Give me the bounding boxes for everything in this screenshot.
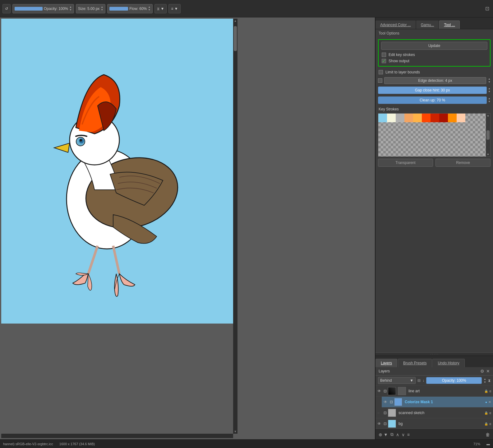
extra-tool-btn[interactable]: ⧖ ▼ [154,4,167,13]
gap-close-up-arrow[interactable]: ▲ [488,87,491,90]
properties-icon[interactable]: ≡ [407,432,410,437]
delete-layer-icon[interactable]: 🗑 [486,432,490,437]
layers-settings-icon[interactable]: ⚙ [480,369,484,374]
move-up-icon[interactable]: ∧ [396,432,399,437]
clean-up-slider[interactable]: Clean up: 70 % [378,96,487,104]
color-swatch-5[interactable] [422,114,431,122]
color-swatch-8[interactable] [448,114,457,122]
layer-close-icon[interactable]: ✕ [488,400,491,404]
color-swatch-9[interactable] [457,114,465,122]
color-swatch-7[interactable] [439,114,448,122]
gap-close-down-arrow[interactable]: ▼ [488,90,491,93]
extra-filter-icon[interactable]: ⧗ [488,378,491,383]
size-control[interactable]: Size: 5.00 px ▲ ▼ [76,4,105,13]
color-swatch-0[interactable] [378,114,387,122]
edge-detection-checkbox[interactable] [378,78,382,83]
edit-key-strokes-checkbox[interactable] [382,53,386,57]
layer-alpha-icon: α [489,390,491,393]
tab-tool[interactable]: Tool ... [439,21,459,29]
edge-detection-spinbox[interactable]: Edge detection: 4 px [384,77,486,84]
copy-layer-icon[interactable]: ⧉ [390,432,394,437]
limit-checkbox[interactable] [379,70,383,74]
update-button[interactable]: Update [381,42,487,50]
panel-resize-handle[interactable]: · · · · · [376,353,493,355]
edge-detection-row: Edge detection: 4 px ▲ ▼ [376,76,493,85]
window-maximize-icon[interactable]: ⊡ [484,4,491,13]
tab-advanced-color[interactable]: Advanced Color ... [376,21,416,29]
key-strokes-grid[interactable]: ▲ ▼ [378,113,491,157]
layer-type-icon: ⊡ [384,411,387,415]
color-swatch-3[interactable] [404,114,413,122]
opacity-down-arrow[interactable]: ▼ [484,381,486,384]
opacity-slider[interactable]: Opacity: 100% [426,377,482,384]
flow-control[interactable]: Flow: 60% ▲ ▼ [107,4,153,13]
size-up-arrow[interactable]: ▲ [101,6,103,8]
arrow-down-icon[interactable]: ↓ [422,378,424,383]
layers-close-icon[interactable]: ✕ [486,369,490,374]
clean-up-up-arrow[interactable]: ▲ [488,97,491,100]
flow-arrows[interactable]: ▲ ▼ [148,6,150,11]
flow-label: Flow: 60% [129,7,147,11]
opacity-arrows[interactable]: ▲ ▼ [484,378,486,384]
ks-scroll-up[interactable]: ▲ [487,114,489,117]
ks-scroll-thumb[interactable] [486,130,490,140]
layer-visibility-icon[interactable]: ○ [377,411,382,415]
layer-row[interactable]: 👁 ⊡ bg 🔒 α [376,418,493,429]
bird-illustration [1,19,234,324]
opacity-down-arrow[interactable]: ▼ [69,9,72,11]
flow-up-arrow[interactable]: ▲ [148,6,150,8]
opacity-arrows[interactable]: ▲ ▼ [69,6,72,11]
clean-up-down-arrow[interactable]: ▼ [488,100,491,103]
size-arrows[interactable]: ▲ ▼ [101,6,103,11]
tab-undo-history[interactable]: Undo History [432,359,464,367]
add-layer-icon[interactable]: ⊕ ▼ [379,432,388,437]
image-dimensions: 1600 x 1767 (34.6 MiB) [59,442,95,446]
extra-tool-btn2[interactable]: ≡ ▼ [168,4,180,13]
layer-lock-icon[interactable]: 🔒 [484,411,488,415]
canvas-container[interactable]: ▲ ▼ [0,17,375,439]
canvas-image[interactable] [1,19,234,324]
zoom-slider-icon[interactable]: ▬ [486,442,490,446]
key-strokes-header: Key Strokes [376,105,493,113]
layer-visibility-icon[interactable]: 👁 [377,422,382,426]
layer-row[interactable]: ○ ⊡ scanned sketch 🔒 α [376,408,493,418]
color-swatch-2[interactable] [396,114,404,122]
key-strokes-scrollbar[interactable]: ▲ ▼ [486,114,490,156]
scroll-thumb[interactable] [234,26,237,51]
blend-mode-select[interactable]: Behind ▼ [378,377,416,384]
show-output-checkbox[interactable]: ✓ [382,59,386,63]
color-swatch-1[interactable] [387,114,396,122]
opacity-control[interactable]: Opacity: 100% ▲ ▼ [12,4,74,13]
tab-layers[interactable]: Layers [376,359,397,367]
gap-close-slider[interactable]: Gap close hint: 30 px [378,86,487,94]
opacity-up-arrow[interactable]: ▲ [69,6,72,8]
layer-row[interactable]: 👁 ⊡ Colorize Mask 1 ● ✕ [382,397,493,408]
clean-up-arrows[interactable]: ▲ ▼ [488,97,491,103]
layer-lock-icon[interactable]: 🔒 [484,422,488,426]
layer-visibility-icon[interactable]: 👁 [377,389,382,393]
tab-brush-presets[interactable]: Brush Presets [398,359,432,367]
size-down-arrow[interactable]: ▼ [101,9,103,11]
layer-row[interactable]: 👁 ⊡ line art 🔒 α [376,386,493,397]
ks-scroll-down[interactable]: ▼ [487,153,489,156]
layer-lock-icon[interactable]: 🔒 [484,390,488,393]
color-swatch-4[interactable] [413,114,422,122]
remove-button[interactable]: Remove [435,159,491,167]
gap-close-arrows[interactable]: ▲ ▼ [488,87,491,93]
canvas-horizontal-scrollbar[interactable] [1,434,233,438]
transparent-button[interactable]: Transparent [378,159,433,167]
tab-gamu[interactable]: Gamu... [416,21,439,29]
flow-down-arrow[interactable]: ▼ [148,9,150,11]
edge-up-arrow[interactable]: ▲ [488,77,491,81]
color-swatch-6[interactable] [431,114,439,122]
scroll-up-arrow[interactable]: ▲ [233,19,237,23]
move-down-icon[interactable]: ∨ [402,432,405,437]
edge-down-arrow[interactable]: ▼ [488,81,491,84]
reset-button[interactable]: ↺ [2,4,11,13]
layer-visibility-icon[interactable]: 👁 [384,400,389,404]
edge-detection-arrows[interactable]: ▲ ▼ [488,77,491,83]
canvas-vertical-scrollbar[interactable]: ▲ ▼ [233,19,237,434]
filter-icon[interactable]: ⊟ [417,378,421,383]
scroll-down-arrow[interactable]: ▼ [233,429,237,434]
opacity-up-arrow[interactable]: ▲ [484,378,486,380]
